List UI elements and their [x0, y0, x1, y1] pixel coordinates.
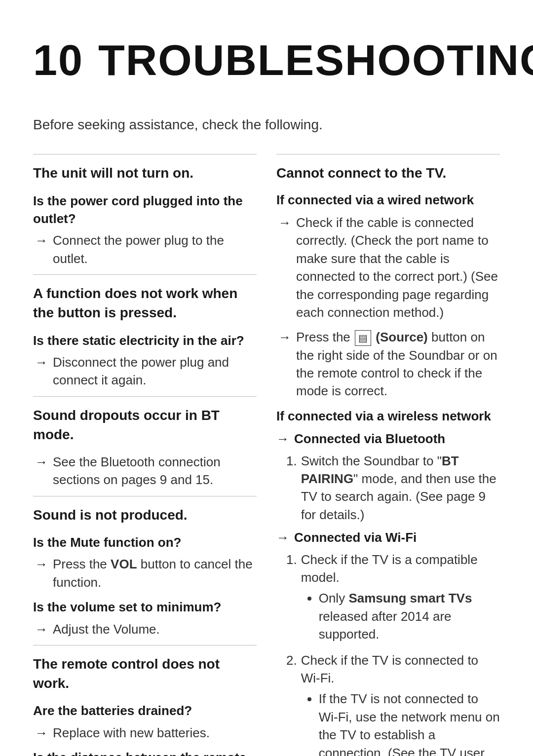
- wired-network-header: If connected via a wired network: [276, 191, 500, 209]
- wifi-item-1-text: Check if the TV is a compatible model.: [301, 552, 478, 585]
- section-remote-not-work: The remote control does not work. Are th…: [33, 645, 257, 756]
- wifi-sub-1: Only Samsung smart TVs released after 20…: [319, 589, 500, 643]
- arrow-icon: →: [35, 231, 48, 249]
- wifi-item-1: 1. Check if the TV is a compatible model…: [286, 551, 500, 646]
- bluetooth-header-row: → Connected via Bluetooth: [276, 430, 500, 448]
- section-header-button-not-work: A function does not work when the button…: [33, 284, 257, 322]
- arrow-icon: →: [35, 555, 48, 573]
- arrow-icon: →: [278, 214, 291, 231]
- answer-bluetooth-sections: → See the Bluetooth connection sections …: [33, 453, 257, 489]
- wifi-header: Connected via Wi-Fi: [294, 529, 417, 546]
- wired-answer-1: → Check if the cable is connected correc…: [276, 214, 500, 321]
- section-header-unit-wont-turn-on: The unit will not turn on.: [33, 163, 257, 183]
- num-1-bt: 1.: [286, 452, 297, 470]
- section-button-not-work: A function does not work when the button…: [33, 274, 257, 389]
- bluetooth-item-1-text: Switch the Soundbar to "BT PAIRING" mode…: [301, 452, 500, 524]
- answer-batteries: → Replace with new batteries.: [33, 724, 257, 742]
- arrow-icon: →: [278, 328, 291, 346]
- wired-answer-2: → Press the ▤ (Source) button on the rig…: [276, 328, 500, 400]
- question-batteries: Are the batteries drained?: [33, 702, 257, 719]
- wifi-item-1-sub: Only Samsung smart TVs released after 20…: [301, 589, 500, 643]
- bluetooth-item-1: 1. Switch the Soundbar to "BT PAIRING" m…: [286, 452, 500, 524]
- arrow-icon: →: [276, 529, 289, 546]
- right-column: Cannot connect to the TV. If connected v…: [276, 154, 500, 756]
- wifi-items: 1. Check if the TV is a compatible model…: [276, 551, 500, 756]
- bluetooth-header: Connected via Bluetooth: [294, 430, 445, 448]
- question-mute: Is the Mute function on?: [33, 533, 257, 551]
- answer-power-cord: → Connect the power plug to the outlet.: [33, 231, 257, 267]
- num-2-wifi: 2.: [286, 651, 297, 669]
- answer-static: → Disconnect the power plug and connect …: [33, 353, 257, 389]
- arrow-icon: →: [35, 353, 48, 371]
- section-header-sound-not-produced: Sound is not produced.: [33, 505, 257, 525]
- answer-volume-min: → Adjust the Volume.: [33, 620, 257, 638]
- arrow-icon: →: [276, 430, 289, 448]
- wifi-item-2-text: Check if the TV is connected to Wi-Fi.: [301, 653, 478, 685]
- wireless-network-header: If connected via a wireless network: [276, 407, 500, 425]
- right-section-header: Cannot connect to the TV.: [276, 163, 500, 183]
- section-unit-wont-turn-on: The unit will not turn on. Is the power …: [33, 154, 257, 267]
- section-header-remote-not-work: The remote control does not work.: [33, 654, 257, 693]
- arrow-icon: →: [35, 620, 48, 638]
- wifi-item-2: 2. Check if the TV is connected to Wi-Fi…: [286, 651, 500, 756]
- arrow-icon: →: [35, 453, 48, 471]
- wifi-sub-2: If the TV is not connected to Wi-Fi, use…: [319, 690, 500, 756]
- wifi-item-2-sub: If the TV is not connected to Wi-Fi, use…: [301, 690, 500, 756]
- page-title: 10TROUBLESHOOTING: [33, 30, 500, 90]
- source-icon: ▤: [355, 330, 371, 346]
- question-power-cord: Is the power cord plugged into the outle…: [33, 192, 257, 228]
- question-distance: Is the distance between the remote contr…: [33, 749, 257, 756]
- intro-text: Before seeking assistance, check the fol…: [33, 115, 500, 134]
- right-main-section: Cannot connect to the TV. If connected v…: [276, 154, 500, 756]
- section-header-sound-dropouts: Sound dropouts occur in BT mode.: [33, 406, 257, 444]
- section-sound-not-produced: Sound is not produced. Is the Mute funct…: [33, 496, 257, 638]
- answer-mute: → Press the VOL button to cancel the fun…: [33, 555, 257, 591]
- wifi-header-row: → Connected via Wi-Fi: [276, 529, 500, 546]
- question-static: Is there static electricity in the air?: [33, 332, 257, 349]
- question-volume-min: Is the volume set to minimum?: [33, 598, 257, 616]
- arrow-icon: →: [35, 724, 48, 742]
- bluetooth-items: 1. Switch the Soundbar to "BT PAIRING" m…: [276, 452, 500, 524]
- left-column: The unit will not turn on. Is the power …: [33, 154, 257, 756]
- section-sound-dropouts: Sound dropouts occur in BT mode. → See t…: [33, 396, 257, 489]
- num-1-wifi: 1.: [286, 551, 297, 568]
